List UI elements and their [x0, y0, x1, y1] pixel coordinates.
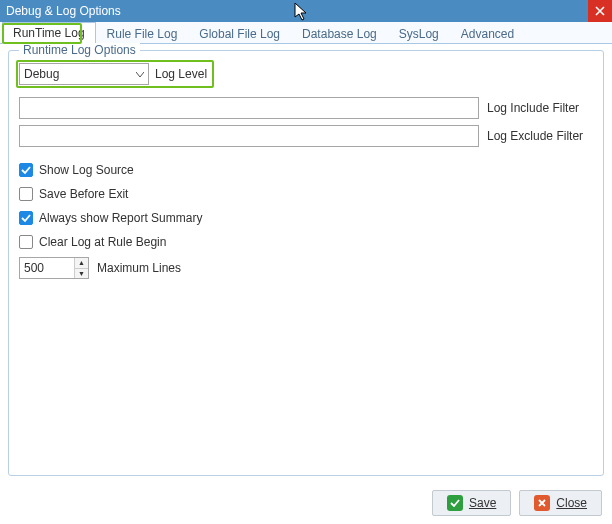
content-area: Runtime Log Options Debug Log Level Log …	[0, 44, 612, 476]
maximum-lines-spinner[interactable]: 500 ▲ ▼	[19, 257, 89, 279]
log-exclude-filter-input[interactable]	[19, 125, 479, 147]
dialog-footer: Save Close	[432, 490, 602, 516]
clear-log-label: Clear Log at Rule Begin	[39, 235, 166, 249]
log-exclude-filter-label: Log Exclude Filter	[487, 129, 583, 143]
tab-global-file-log[interactable]: Global File Log	[188, 23, 291, 44]
spinner-up-button[interactable]: ▲	[75, 258, 88, 269]
tab-bar: RunTime Log Rule File Log Global File Lo…	[0, 22, 612, 44]
close-button-label: Close	[556, 496, 587, 510]
maximum-lines-value: 500	[20, 261, 74, 275]
spinner-down-button[interactable]: ▼	[75, 269, 88, 279]
maximum-lines-label: Maximum Lines	[97, 261, 181, 275]
log-include-filter-input[interactable]	[19, 97, 479, 119]
save-button[interactable]: Save	[432, 490, 511, 516]
fieldset-legend: Runtime Log Options	[19, 43, 140, 57]
tab-advanced[interactable]: Advanced	[450, 23, 525, 44]
save-before-exit-checkbox[interactable]	[19, 187, 33, 201]
report-summary-checkbox[interactable]	[19, 211, 33, 225]
check-icon	[21, 213, 31, 223]
tab-database-log[interactable]: Database Log	[291, 23, 388, 44]
close-button[interactable]: Close	[519, 490, 602, 516]
title-bar: Debug & Log Options	[0, 0, 612, 22]
report-summary-label: Always show Report Summary	[39, 211, 202, 225]
tab-syslog[interactable]: SysLog	[388, 23, 450, 44]
close-icon	[534, 495, 550, 511]
runtime-log-options-fieldset: Runtime Log Options Debug Log Level Log …	[8, 50, 604, 476]
save-icon	[447, 495, 463, 511]
save-before-exit-label: Save Before Exit	[39, 187, 128, 201]
log-include-filter-label: Log Include Filter	[487, 101, 579, 115]
window-close-button[interactable]	[588, 0, 612, 22]
log-level-label: Log Level	[155, 67, 207, 81]
chevron-down-icon	[132, 67, 148, 81]
tab-runtime-log[interactable]: RunTime Log	[2, 22, 96, 44]
show-log-source-label: Show Log Source	[39, 163, 134, 177]
show-log-source-checkbox[interactable]	[19, 163, 33, 177]
clear-log-checkbox[interactable]	[19, 235, 33, 249]
check-icon	[21, 165, 31, 175]
window-title: Debug & Log Options	[6, 4, 588, 18]
save-button-label: Save	[469, 496, 496, 510]
tab-rule-file-log[interactable]: Rule File Log	[96, 23, 189, 44]
log-level-select[interactable]: Debug	[19, 63, 149, 85]
log-level-value: Debug	[20, 67, 132, 81]
close-icon	[595, 6, 605, 16]
